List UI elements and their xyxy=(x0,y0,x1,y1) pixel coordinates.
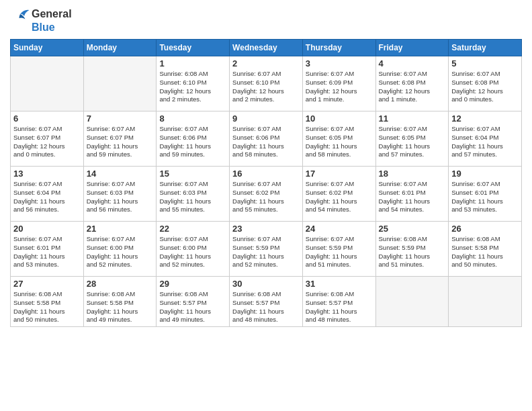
cell-info-line: and 56 minutes. xyxy=(13,205,81,214)
cell-info-line: and 55 minutes. xyxy=(232,205,300,214)
cell-info-line: Sunrise: 6:08 AM xyxy=(13,290,81,299)
calendar-cell: 28Sunrise: 6:08 AMSunset: 5:58 PMDayligh… xyxy=(83,277,157,327)
cell-info-line: and 57 minutes. xyxy=(451,150,519,159)
day-number: 14 xyxy=(87,169,154,179)
calendar-cell: 9Sunrise: 6:07 AMSunset: 6:06 PMDaylight… xyxy=(230,111,303,167)
cell-info-line: Sunset: 6:04 PM xyxy=(451,134,519,142)
day-number: 29 xyxy=(159,279,226,289)
calendar-body: 1Sunrise: 6:08 AMSunset: 6:10 PMDaylight… xyxy=(11,56,522,327)
calendar-cell: 7Sunrise: 6:07 AMSunset: 6:07 PMDaylight… xyxy=(83,111,157,167)
cell-info-line: Sunset: 6:05 PM xyxy=(306,134,373,142)
cell-info-line: and 50 minutes. xyxy=(13,316,81,324)
cell-info-line: Daylight: 12 hours xyxy=(379,87,446,96)
cell-info-line: and 0 minutes. xyxy=(13,150,81,159)
day-number: 22 xyxy=(159,224,226,234)
cell-info-line: Daylight: 11 hours xyxy=(87,308,154,316)
cell-info-line: Sunrise: 6:08 AM xyxy=(87,290,154,299)
calendar-cell: 22Sunrise: 6:07 AMSunset: 6:00 PMDayligh… xyxy=(157,222,230,277)
cell-info-line: Daylight: 11 hours xyxy=(379,197,446,206)
cell-info-line: and 55 minutes. xyxy=(159,205,226,214)
cell-info-line: and 1 minute. xyxy=(379,95,446,104)
cell-info-line: and 49 minutes. xyxy=(87,316,154,324)
cell-info-line: Sunset: 6:02 PM xyxy=(306,189,373,197)
cell-info-line: Sunrise: 6:08 AM xyxy=(232,290,300,299)
cell-info-line: Sunset: 6:10 PM xyxy=(232,79,300,87)
cell-info-line: Sunrise: 6:07 AM xyxy=(379,180,446,189)
calendar-cell: 8Sunrise: 6:07 AMSunset: 6:06 PMDaylight… xyxy=(157,111,230,167)
day-number: 8 xyxy=(159,113,226,124)
day-number: 23 xyxy=(232,224,300,234)
cell-info-line: Sunset: 5:58 PM xyxy=(87,299,154,308)
cell-info-line: Sunset: 5:57 PM xyxy=(159,299,226,308)
cell-info-line: Sunset: 6:05 PM xyxy=(379,134,446,142)
calendar-cell: 15Sunrise: 6:07 AMSunset: 6:03 PMDayligh… xyxy=(157,167,230,222)
cell-info-line: Sunrise: 6:07 AM xyxy=(159,235,226,244)
logo-bird-icon xyxy=(10,7,30,21)
cell-info-line: Sunrise: 6:07 AM xyxy=(159,125,226,134)
cell-info-line: Daylight: 12 hours xyxy=(451,87,519,96)
cell-info-line: Sunset: 6:03 PM xyxy=(87,189,154,197)
calendar-cell: 6Sunrise: 6:07 AMSunset: 6:07 PMDaylight… xyxy=(11,111,84,167)
cell-info-line: Sunset: 5:59 PM xyxy=(306,244,373,253)
day-number: 12 xyxy=(451,113,519,124)
calendar-cell: 3Sunrise: 6:07 AMSunset: 6:09 PMDaylight… xyxy=(302,56,375,111)
cell-info-line: Daylight: 11 hours xyxy=(87,197,154,206)
cell-info-line: Daylight: 11 hours xyxy=(451,197,519,206)
cell-info-line: Daylight: 11 hours xyxy=(306,308,373,316)
cell-info-line: Sunrise: 6:07 AM xyxy=(232,125,300,134)
weekday-header-friday: Friday xyxy=(375,40,449,56)
cell-info-line: Daylight: 11 hours xyxy=(379,142,446,151)
cell-info-line: Daylight: 12 hours xyxy=(13,142,81,151)
cell-info-line: Sunrise: 6:07 AM xyxy=(13,180,81,189)
cell-info-line: Sunset: 5:58 PM xyxy=(13,299,81,308)
day-number: 30 xyxy=(232,279,300,289)
cell-info-line: Sunset: 6:02 PM xyxy=(232,189,300,197)
calendar-cell: 20Sunrise: 6:07 AMSunset: 6:01 PMDayligh… xyxy=(11,222,84,277)
day-number: 3 xyxy=(306,58,373,68)
cell-info-line: Sunset: 6:00 PM xyxy=(159,244,226,253)
cell-info-line: Sunrise: 6:08 AM xyxy=(159,290,226,299)
cell-info-line: and 1 minute. xyxy=(306,95,373,104)
week-row-5: 27Sunrise: 6:08 AMSunset: 5:58 PMDayligh… xyxy=(11,277,522,327)
weekday-header-tuesday: Tuesday xyxy=(157,40,230,56)
cell-info-line: Sunrise: 6:07 AM xyxy=(232,235,300,244)
calendar-cell: 14Sunrise: 6:07 AMSunset: 6:03 PMDayligh… xyxy=(83,167,157,222)
day-number: 25 xyxy=(379,224,446,234)
calendar-cell: 2Sunrise: 6:07 AMSunset: 6:10 PMDaylight… xyxy=(230,56,303,111)
calendar-header: SundayMondayTuesdayWednesdayThursdayFrid… xyxy=(11,40,522,56)
header: General Blue xyxy=(10,7,522,34)
day-number: 1 xyxy=(159,58,226,68)
day-number: 19 xyxy=(451,169,519,179)
cell-info-line: Sunrise: 6:08 AM xyxy=(451,235,519,244)
weekday-header-sunday: Sunday xyxy=(11,40,84,56)
calendar-cell: 18Sunrise: 6:07 AMSunset: 6:01 PMDayligh… xyxy=(375,167,449,222)
cell-info-line: Daylight: 12 hours xyxy=(232,87,300,96)
weekday-header-monday: Monday xyxy=(83,40,157,56)
cell-info-line: Sunrise: 6:07 AM xyxy=(232,180,300,189)
cell-info-line: Sunset: 6:08 PM xyxy=(379,79,446,87)
calendar-cell: 19Sunrise: 6:07 AMSunset: 6:01 PMDayligh… xyxy=(449,167,522,222)
day-number: 5 xyxy=(451,58,519,68)
calendar-cell xyxy=(83,56,157,111)
calendar-cell xyxy=(449,277,522,327)
cell-info-line: Sunrise: 6:07 AM xyxy=(306,70,373,79)
cell-info-line: and 54 minutes. xyxy=(379,205,446,214)
cell-info-line: and 49 minutes. xyxy=(159,316,226,324)
calendar-cell xyxy=(11,56,84,111)
cell-info-line: Daylight: 12 hours xyxy=(159,87,226,96)
day-number: 17 xyxy=(306,169,373,179)
day-number: 4 xyxy=(379,58,446,68)
day-number: 18 xyxy=(379,169,446,179)
cell-info-line: Sunset: 6:09 PM xyxy=(306,79,373,87)
cell-info-line: Daylight: 11 hours xyxy=(232,308,300,316)
cell-info-line: Sunset: 5:58 PM xyxy=(451,244,519,253)
calendar-cell: 5Sunrise: 6:07 AMSunset: 6:08 PMDaylight… xyxy=(449,56,522,111)
cell-info-line: Sunrise: 6:08 AM xyxy=(306,290,373,299)
day-number: 2 xyxy=(232,58,300,68)
cell-info-line: and 52 minutes. xyxy=(159,261,226,269)
cell-info-line: Sunrise: 6:07 AM xyxy=(13,125,81,134)
week-row-2: 6Sunrise: 6:07 AMSunset: 6:07 PMDaylight… xyxy=(11,111,522,167)
day-number: 13 xyxy=(13,169,81,179)
calendar-cell: 12Sunrise: 6:07 AMSunset: 6:04 PMDayligh… xyxy=(449,111,522,167)
cell-info-line: Sunset: 6:00 PM xyxy=(87,244,154,253)
